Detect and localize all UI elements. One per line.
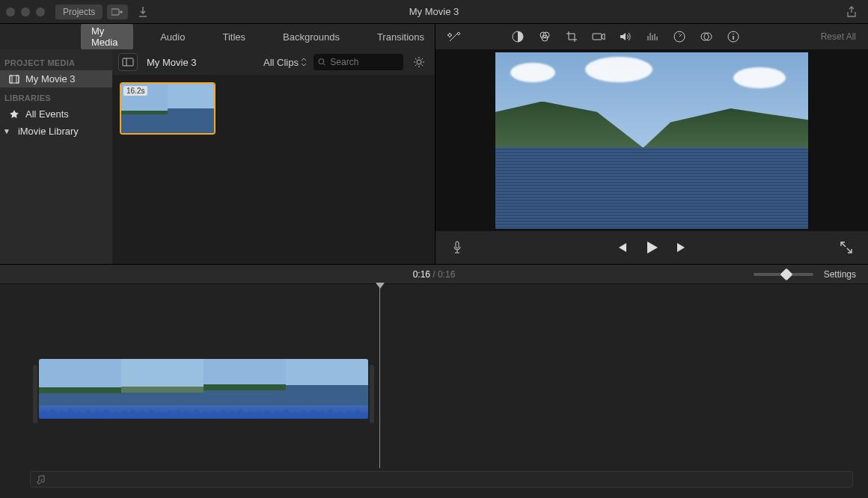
timeline[interactable] (0, 284, 868, 498)
speed-icon[interactable] (673, 30, 686, 43)
tab-transitions[interactable]: Transitions (367, 28, 435, 46)
previous-frame-icon[interactable] (615, 241, 629, 254)
timeline-playhead[interactable] (379, 284, 380, 468)
playhead-time: 0:16 / 0:16 (413, 269, 456, 280)
browser-sidebar: PROJECT MEDIA My Movie 3 LIBRARIES All E… (0, 49, 112, 264)
audio-track[interactable] (30, 471, 853, 488)
tab-titles[interactable]: Titles (212, 28, 256, 46)
timeline-settings-button[interactable]: Settings (824, 269, 856, 280)
sidebar-toggle-icon[interactable] (118, 53, 138, 71)
clip-trim-handle-right[interactable] (370, 365, 374, 423)
disclosure-triangle-icon[interactable]: ▼ (3, 127, 10, 135)
browser-tabs: My Media Audio Titles Backgrounds Transi… (0, 24, 435, 49)
media-clip[interactable]: 16.2s (120, 82, 216, 135)
window-title: My Movie 3 (409, 6, 459, 17)
star-icon (9, 109, 19, 120)
clip-trim-handle-left[interactable] (33, 365, 37, 423)
svg-rect-18 (456, 242, 459, 248)
svg-line-7 (323, 64, 326, 66)
sidebar-item-label: iMovie Library (18, 126, 79, 137)
preview-viewport[interactable] (435, 49, 868, 231)
reset-all-button[interactable]: Reset All (791, 31, 856, 42)
clip-filter-dropdown[interactable]: All Clips (263, 57, 308, 68)
tab-audio[interactable]: Audio (150, 28, 195, 46)
audio-waveform (39, 405, 368, 419)
svg-rect-0 (111, 9, 119, 15)
volume-icon[interactable] (619, 30, 632, 43)
clip-duration-badge: 16.2s (123, 86, 147, 96)
tab-backgrounds[interactable]: Backgrounds (272, 28, 350, 46)
music-note-icon (37, 474, 47, 485)
search-icon (318, 58, 326, 67)
share-icon[interactable] (841, 4, 862, 19)
tab-my-media[interactable]: My Media (81, 22, 133, 51)
svg-point-8 (417, 60, 421, 64)
next-frame-icon[interactable] (675, 241, 688, 254)
clip-filter-icon[interactable] (700, 30, 713, 43)
film-icon (9, 74, 19, 84)
sidebar-item-label: My Movie 3 (25, 73, 75, 84)
crop-icon[interactable] (565, 30, 578, 43)
svg-rect-1 (10, 76, 19, 83)
search-input[interactable] (328, 56, 399, 68)
color-correction-icon[interactable] (538, 30, 551, 43)
svg-rect-13 (593, 34, 602, 40)
viewer-toolbar: Reset All (435, 24, 868, 49)
info-icon[interactable] (727, 30, 740, 43)
timeline-zoom-slider[interactable] (754, 273, 813, 276)
sidebar-label-libraries: LIBRARIES (0, 87, 112, 105)
download-icon[interactable] (132, 4, 153, 19)
svg-point-6 (319, 59, 324, 64)
play-icon[interactable] (645, 241, 658, 254)
color-balance-icon[interactable] (511, 30, 525, 43)
stabilization-icon[interactable] (592, 30, 605, 43)
gear-icon[interactable] (409, 53, 429, 71)
search-field[interactable] (314, 54, 403, 70)
sidebar-item-library[interactable]: ▼ iMovie Library (0, 123, 112, 140)
media-import-icon[interactable] (107, 4, 128, 19)
projects-button[interactable]: Projects (55, 4, 103, 19)
sidebar-item-project[interactable]: My Movie 3 (0, 70, 112, 87)
fullscreen-icon[interactable] (840, 241, 853, 254)
enhance-icon[interactable] (447, 30, 461, 43)
voiceover-icon[interactable] (450, 241, 464, 254)
svg-rect-2 (10, 76, 12, 83)
sidebar-label-project-media: PROJECT MEDIA (0, 52, 112, 70)
sidebar-item-all-events[interactable]: All Events (0, 105, 112, 123)
browser-content-title: My Movie 3 (147, 57, 196, 68)
noise-reduction-icon[interactable] (646, 30, 659, 43)
sidebar-item-label: All Events (25, 108, 69, 120)
window-traffic-lights[interactable] (6, 7, 45, 16)
window-titlebar: Projects My Movie 3 (0, 0, 868, 24)
svg-rect-4 (123, 58, 133, 66)
timeline-clip[interactable] (39, 359, 368, 434)
svg-rect-3 (16, 76, 19, 83)
